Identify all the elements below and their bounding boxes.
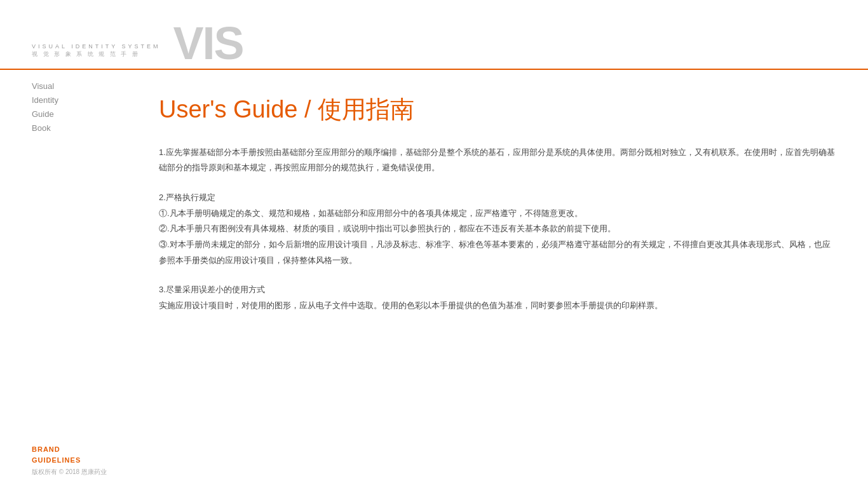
sidebar-line2: Identity bbox=[32, 93, 121, 107]
section2-item3: ③.对本手册尚未规定的部分，如今后新增的应用设计项目，凡涉及标志、标准字、标准色… bbox=[159, 237, 836, 268]
sidebar-line4: Book bbox=[32, 121, 121, 135]
header-text-cn: 视 觉 形 象 系 统 规 范 手 册 bbox=[32, 50, 161, 58]
section2-title: 2.严格执行规定 bbox=[159, 190, 836, 206]
section-3: 3.尽量采用误差小的使用方式 实施应用设计项目时，对使用的图形，应从电子文件中选… bbox=[159, 282, 836, 313]
header: VISUAL IDENTITY SYSTEM 视 觉 形 象 系 统 规 范 手… bbox=[0, 0, 868, 70]
section3-title: 3.尽量采用误差小的使用方式 bbox=[159, 282, 836, 298]
section3-body: 实施应用设计项目时，对使用的图形，应从电子文件中选取。使用的色彩以本手册提供的色… bbox=[159, 298, 836, 314]
section2-item2: ②.凡本手册只有图例没有具体规格、材质的项目，或说明中指出可以参照执行的，都应在… bbox=[159, 221, 836, 237]
main-content: User's Guide / 使用指南 1.应先掌握基础部分本手册按照由基础部分… bbox=[159, 70, 836, 437]
footer-copyright: 版权所有 © 2018 恩康药业 bbox=[32, 468, 868, 477]
footer-brand-line1: BRAND bbox=[32, 444, 868, 455]
sidebar: Visual Identity Guide Book bbox=[32, 79, 121, 135]
footer: BRAND GUIDELINES 版权所有 © 2018 恩康药业 bbox=[0, 437, 868, 488]
header-text-en: VISUAL IDENTITY SYSTEM bbox=[32, 43, 161, 51]
section-1: 1.应先掌握基础部分本手册按照由基础部分至应用部分的顺序编排，基础部分是整个系统… bbox=[159, 145, 836, 176]
header-left: VISUAL IDENTITY SYSTEM 视 觉 形 象 系 统 规 范 手… bbox=[0, 43, 161, 61]
section2-item1: ①.凡本手册明确规定的条文、规范和规格，如基础部分和应用部分中的各项具体规定，应… bbox=[159, 206, 836, 222]
content-body: 1.应先掌握基础部分本手册按照由基础部分至应用部分的顺序编排，基础部分是整个系统… bbox=[159, 145, 836, 314]
vis-logo: VIS bbox=[173, 20, 243, 66]
sidebar-line1: Visual bbox=[32, 79, 121, 93]
page-title: User's Guide / 使用指南 bbox=[159, 95, 836, 125]
section-2: 2.严格执行规定 ①.凡本手册明确规定的条文、规范和规格，如基础部分和应用部分中… bbox=[159, 190, 836, 268]
sidebar-title: Visual Identity Guide Book bbox=[32, 79, 121, 135]
sidebar-line3: Guide bbox=[32, 107, 121, 121]
footer-brand-line2: GUIDELINES bbox=[32, 455, 868, 466]
section1-text: 1.应先掌握基础部分本手册按照由基础部分至应用部分的顺序编排，基础部分是整个系统… bbox=[159, 145, 836, 176]
footer-brand: BRAND GUIDELINES bbox=[32, 444, 868, 465]
